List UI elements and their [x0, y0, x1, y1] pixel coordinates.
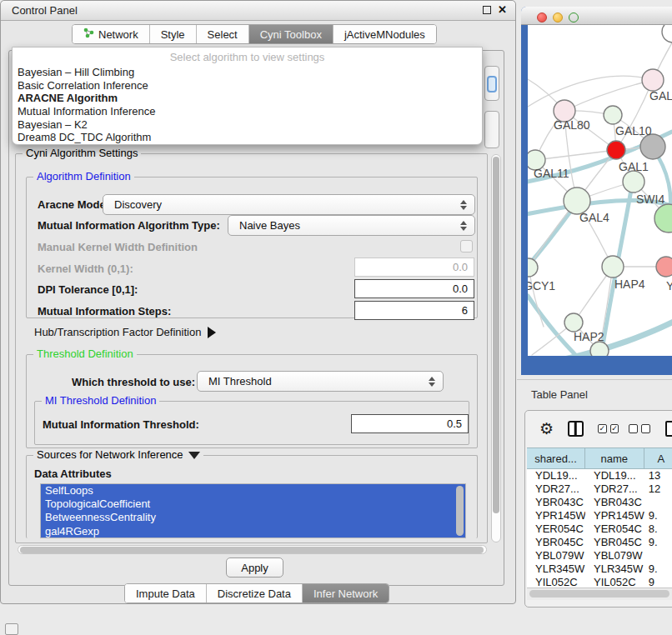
aracne-mode-value: Discovery — [114, 198, 162, 211]
checked-box-icon[interactable]: ✓ — [598, 424, 607, 433]
table-row[interactable]: YBL079WYBL079W — [527, 549, 672, 562]
network-canvas[interactable]: GALGAL80GAL10GAL1GAL11SWI4GAL4GCY1HAP4YH… — [528, 25, 672, 356]
table-cell: YBR043C — [585, 496, 644, 509]
bottom-tabbar: Impute DataDiscretize DataInfer Network — [124, 583, 389, 603]
bottom-tab-discretize-data[interactable]: Discretize Data — [207, 584, 303, 602]
mi-type-combo[interactable]: Naive Bayes — [228, 215, 475, 236]
table-row[interactable]: YBR043CYBR043C — [527, 496, 672, 509]
algorithm-option-bayesian-hill-climbing[interactable]: Bayesian – Hill Climbing — [13, 66, 482, 79]
network-node[interactable] — [642, 69, 664, 91]
data-attributes-list[interactable]: SelfLoopsTopologicalCoefficientBetweenne… — [40, 483, 466, 538]
network-node[interactable] — [602, 256, 624, 278]
collapsed-panel-icon[interactable] — [5, 623, 18, 635]
table-row[interactable]: YLR345WYLR345W9. — [527, 562, 672, 576]
table-cell: YER054C — [527, 522, 585, 536]
list-scrollbar-thumb[interactable] — [456, 486, 464, 536]
settings-vscrollbar[interactable] — [491, 154, 501, 542]
table-cell: YBR043C — [527, 496, 585, 509]
column-header-shared[interactable]: shared... — [527, 448, 585, 468]
algorithm-option-basic-correlation-inference[interactable]: Basic Correlation Inference — [13, 79, 482, 92]
table-cell: YER054C — [585, 522, 644, 536]
node-label-gal10: GAL10 — [615, 124, 652, 138]
table-cell: 9 — [644, 576, 672, 588]
table-row[interactable]: YER054CYER054C8. — [527, 522, 672, 536]
mi-threshold-value: 0.5 — [447, 418, 462, 430]
table-row[interactable]: YDL19...YDL19...13 — [527, 469, 672, 482]
settings-hscrollbar[interactable] — [18, 545, 487, 554]
table-row[interactable]: YIL052CYIL052C9 — [527, 576, 672, 588]
table-hscrollbar-thumb[interactable] — [529, 590, 669, 598]
attribute-item-selfloops[interactable]: SelfLoops — [41, 484, 465, 498]
close-icon[interactable]: ✕ — [498, 4, 507, 16]
dpi-tolerance-input[interactable]: 0.0 — [354, 279, 474, 298]
hub-definition-label: Hub/Transcription Factor Definition — [34, 326, 201, 338]
mi-threshold-input[interactable]: 0.5 — [351, 414, 469, 433]
spinner-arrows-icon — [460, 200, 467, 210]
minimize-traffic-light-icon[interactable] — [553, 12, 563, 22]
algorithm-option-dream8-dc-tdc-algorithm[interactable]: Dream8 DC_TDC Algorithm — [13, 131, 482, 144]
column-header-a[interactable]: A — [644, 448, 672, 468]
unchecked-box-icon[interactable] — [629, 424, 638, 433]
spinner-arrows-icon — [429, 377, 435, 387]
column-layout-icon[interactable] — [568, 421, 584, 437]
table-body: YDL19...YDL19...13YDR27...YDR27...12YBR0… — [527, 469, 672, 588]
mi-steps-input[interactable]: 6 — [354, 301, 474, 320]
top-tabbar: NetworkStyleSelectCyni ToolboxjActiveMNo… — [72, 24, 437, 44]
network-node[interactable] — [590, 342, 609, 356]
tab-label: Infer Network — [313, 588, 378, 600]
network-node[interactable] — [656, 257, 672, 277]
network-window-titlebar[interactable] — [521, 7, 672, 25]
expander-expanded-icon[interactable] — [188, 452, 200, 459]
unchecked-box-icon-2[interactable] — [641, 424, 650, 433]
network-node[interactable] — [604, 106, 622, 124]
table-row[interactable]: YBR045CYBR045C9. — [527, 536, 672, 549]
attribute-item-topologicalcoefficient[interactable]: TopologicalCoefficient — [41, 498, 465, 511]
network-node[interactable] — [528, 258, 538, 277]
tab-jactivemnodules[interactable]: jActiveMNodules — [333, 25, 436, 43]
table-row[interactable]: YPR145WYPR145W9. — [527, 509, 672, 522]
network-node[interactable] — [640, 134, 665, 159]
close-traffic-light-icon[interactable] — [537, 12, 547, 22]
network-node[interactable] — [564, 313, 583, 332]
network-edge — [528, 76, 653, 107]
tab-label: Network — [98, 28, 138, 41]
kernel-width-input[interactable]: 0.0 — [354, 258, 474, 277]
tab-network[interactable]: Network — [73, 25, 150, 43]
gear-icon[interactable]: ⚙ — [539, 421, 554, 437]
table-cell: YDR27... — [527, 482, 585, 496]
top-tabbar-wrap: NetworkStyleSelectCyni ToolboxjActiveMNo… — [72, 24, 437, 44]
algorithm-option-aracne-algorithm[interactable]: ARACNE Algorithm — [13, 92, 482, 105]
table-cell: YLR345W — [585, 562, 644, 576]
column-header-name[interactable]: name — [585, 448, 644, 468]
aracne-mode-combo[interactable]: Discovery — [103, 194, 475, 215]
zoom-traffic-light-icon[interactable] — [569, 12, 579, 22]
hub-definition-expander[interactable]: Hub/Transcription Factor Definition — [34, 326, 216, 338]
tab-cyni-toolbox[interactable]: Cyni Toolbox — [249, 25, 333, 43]
apply-button[interactable]: Apply — [226, 558, 283, 578]
network-node[interactable] — [623, 171, 644, 192]
settings-hscrollbar-thumb[interactable] — [20, 547, 484, 553]
network-node[interactable] — [607, 141, 625, 159]
checked-box-icon-2[interactable]: ✓ — [610, 424, 619, 433]
tab-select[interactable]: Select — [197, 25, 249, 43]
manual-kernel-checkbox[interactable] — [460, 240, 473, 252]
bottom-tab-infer-network[interactable]: Infer Network — [303, 584, 389, 602]
which-threshold-combo[interactable]: MI Threshold — [197, 371, 444, 392]
network-node[interactable] — [654, 204, 672, 232]
table-row[interactable]: YDR27...YDR27...12 — [527, 482, 672, 496]
document-icon[interactable] — [665, 421, 672, 437]
settings-vscrollbar-thumb[interactable] — [493, 157, 499, 513]
table-cell: 13 — [644, 469, 672, 482]
network-node[interactable] — [662, 25, 672, 42]
attribute-item-betweennesscentrality[interactable]: BetweennessCentrality — [41, 511, 465, 524]
node-label-gal11: GAL11 — [534, 167, 569, 180]
attribute-item-gal4rgexp[interactable]: gal4RGexp — [41, 525, 465, 538]
tab-style[interactable]: Style — [150, 25, 197, 43]
bottom-tab-impute-data[interactable]: Impute Data — [125, 584, 207, 602]
float-window-icon[interactable] — [483, 6, 491, 14]
control-panel-titlebar[interactable]: Control Panel ✕ — [1, 1, 515, 21]
table-panel-container: ⚙ ✓ ✓ shared...nameA YDL19...YDL19...13Y… — [524, 410, 672, 608]
algorithm-option-bayesian-k2[interactable]: Bayesian – K2 — [13, 118, 482, 132]
table-hscrollbar[interactable] — [527, 588, 672, 600]
algorithm-option-mutual-information-inference[interactable]: Mutual Information Inference — [13, 105, 482, 118]
